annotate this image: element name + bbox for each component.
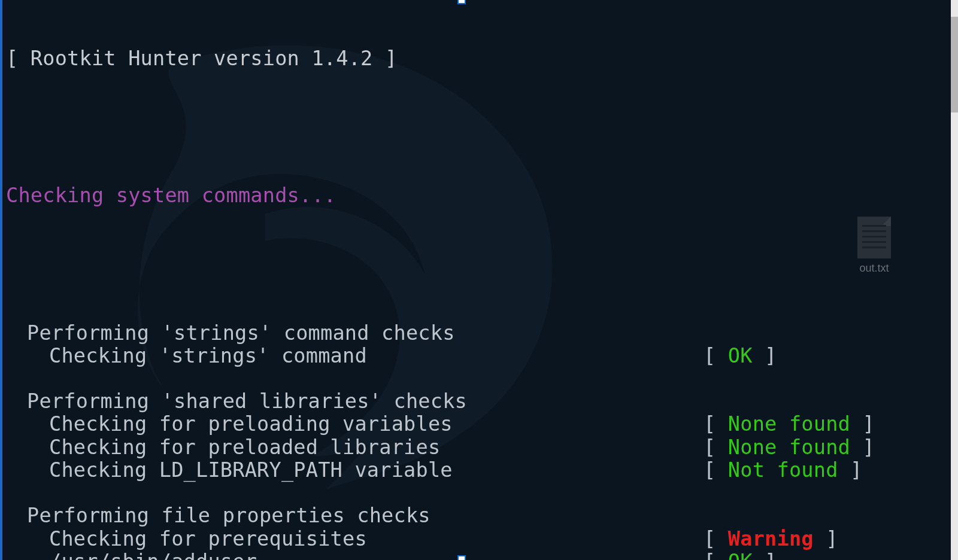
spacer [6,482,945,504]
selection-handle-bottom[interactable] [457,555,466,560]
check-status: [ OK ] [704,345,945,367]
bracket-close: ] [814,527,838,550]
bracket-open: [ [704,550,728,560]
check-text: Checking LD_LIBRARY_PATH variable [6,459,704,482]
group-header: Performing 'strings' command checks [6,322,945,345]
app-title: [ Rootkit Hunter version 1.4.2 ] [6,47,945,70]
check-text: Checking for preloading variables [6,413,704,436]
check-text: Checking for prerequisites [6,528,704,550]
bracket-open: [ [704,527,728,550]
bracket-close: ] [838,458,863,482]
section-heading: Checking system commands... [6,184,945,207]
status-value: Warning [728,527,814,550]
status-value: Not found [728,458,838,482]
check-row: /usr/sbin/adduser[ OK ] [6,550,945,560]
check-status: [ None found ] [704,436,945,459]
check-text: Checking for preloaded libraries [6,436,704,459]
status-value: OK [728,344,753,367]
bracket-close: ] [753,550,777,560]
spacer [6,367,945,390]
check-row: Checking for preloading variables[ None … [6,413,945,436]
check-status: [ OK ] [704,550,945,560]
bracket-open: [ [704,344,728,367]
bracket-open: [ [704,436,728,459]
bracket-open: [ [704,412,728,436]
bracket-close: ] [850,412,875,436]
terminal-output[interactable]: [ Rootkit Hunter version 1.4.2 ] Checkin… [0,0,951,560]
check-row: Checking 'strings' command[ OK ] [6,345,945,367]
check-status: [ Not found ] [704,459,945,482]
selection-handle-top[interactable] [457,0,466,4]
status-value: None found [728,436,850,459]
status-value: None found [728,412,850,436]
scrollbar-thumb[interactable] [951,17,958,112]
check-row: Checking for preloaded libraries[ None f… [6,436,945,459]
check-status: [ None found ] [704,413,945,436]
group-header: Performing file properties checks [6,504,945,527]
bracket-close: ] [850,436,875,459]
bracket-close: ] [753,344,777,367]
spacer [6,115,945,138]
group-header: Performing 'shared libraries' checks [6,390,945,413]
check-row: Checking LD_LIBRARY_PATH variable[ Not f… [6,459,945,482]
check-text: Checking 'strings' command [6,345,704,367]
check-status: [ Warning ] [704,528,945,550]
bracket-open: [ [704,458,728,482]
status-value: OK [728,550,753,560]
check-row: Checking for prerequisites[ Warning ] [6,528,945,550]
spacer [6,253,945,276]
check-text: /usr/sbin/adduser [6,550,704,560]
